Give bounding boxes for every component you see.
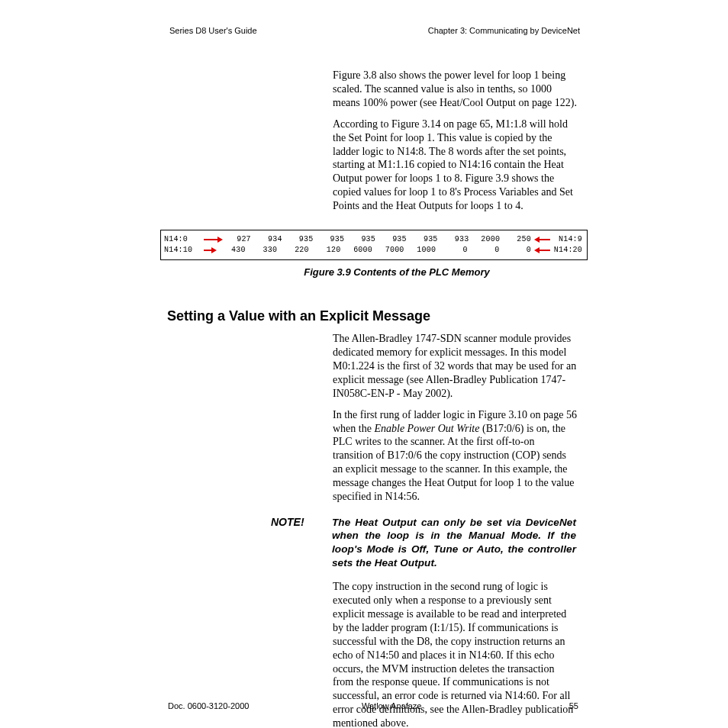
- arrow-line: [540, 239, 550, 240]
- cell: 927: [223, 234, 254, 245]
- row-label-right: N14:9: [550, 234, 582, 245]
- header-left: Series D8 User's Guide: [169, 26, 257, 35]
- text: (B17:0/6) is on, the PLC writes to the s…: [333, 423, 574, 503]
- cell: 935: [285, 234, 317, 245]
- note-text: The Heat Output can only be set via Devi…: [332, 516, 576, 569]
- arrow-line: [540, 250, 550, 251]
- paragraph: According to Figure 3.14 on page 65, M1:…: [333, 118, 577, 213]
- cell: 330: [249, 245, 281, 256]
- cell: 0: [502, 245, 534, 256]
- cell: 120: [312, 245, 344, 256]
- cell: 935: [347, 234, 378, 245]
- footer-page-number: 55: [548, 701, 578, 710]
- section-heading: Setting a Value with an Explicit Message: [167, 308, 728, 324]
- page-header: Series D8 User's Guide Chapter 3: Commun…: [0, 26, 728, 35]
- arrow-right-icon: [217, 237, 223, 243]
- table-row: N14:0 927 934 935 935 935 935 935 933 20…: [164, 234, 582, 245]
- note-label: NOTE!: [271, 516, 332, 569]
- row-label-left: N14:0: [164, 234, 204, 245]
- cell: 430: [217, 245, 249, 256]
- cell: 935: [378, 234, 410, 245]
- figure-caption: Figure 3.9 Contents of the PLC Memory: [160, 266, 588, 278]
- page-footer: Doc. 0600-3120-2000 Watlow Anafaze 55: [0, 701, 728, 710]
- row-values: 927 934 935 935 935 935 935 933 2000 250: [223, 234, 534, 245]
- row-label-left: N14:10: [164, 245, 204, 256]
- cell: 935: [316, 234, 347, 245]
- cell: 7000: [375, 245, 407, 256]
- header-right: Chapter 3: Communicating by DeviceNet: [428, 26, 580, 35]
- emphasis: Enable Power Out Write: [374, 423, 479, 434]
- paragraph: In the first rung of ladder logic in Fig…: [333, 408, 577, 504]
- row-values: 430 330 220 120 6000 7000 1000 0 0 0: [217, 245, 534, 256]
- cell: 1000: [407, 245, 440, 256]
- body-column: Figure 3.8 also shows the power level fo…: [333, 69, 577, 213]
- cell: 933: [441, 234, 472, 245]
- cell: 935: [410, 234, 441, 245]
- cell: 0: [471, 245, 503, 256]
- cell: 2000: [472, 234, 503, 245]
- footer-brand: Watlow Anafaze: [354, 701, 548, 710]
- note-block: NOTE! The Heat Output can only be set vi…: [271, 516, 576, 569]
- body-column: The Allen-Bradley 1747-SDN scanner modul…: [333, 332, 577, 504]
- cell: 220: [280, 245, 312, 256]
- arrow-line: [204, 239, 217, 240]
- arrow-line: [204, 250, 211, 251]
- arrow-right-icon: [211, 247, 217, 253]
- arrow-left-icon: [534, 237, 540, 243]
- paragraph: The Allen-Bradley 1747-SDN scanner modul…: [333, 332, 577, 401]
- cell: 934: [254, 234, 285, 245]
- cell: 0: [439, 245, 471, 256]
- cell: 250: [503, 234, 534, 245]
- paragraph: Figure 3.8 also shows the power level fo…: [333, 69, 577, 110]
- page: Series D8 User's Guide Chapter 3: Commun…: [0, 0, 728, 728]
- arrow-left-icon: [534, 247, 540, 253]
- table-row: N14:10 430 330 220 120 6000 7000 1000 0 …: [164, 245, 582, 256]
- row-label-right: N14:20: [550, 245, 582, 256]
- plc-memory-table: N14:0 927 934 935 935 935 935 935 933 20…: [160, 230, 588, 260]
- footer-doc-id: Doc. 0600-3120-2000: [168, 701, 354, 710]
- cell: 6000: [343, 245, 375, 256]
- figure-3-9: N14:0 927 934 935 935 935 935 935 933 20…: [160, 230, 588, 278]
